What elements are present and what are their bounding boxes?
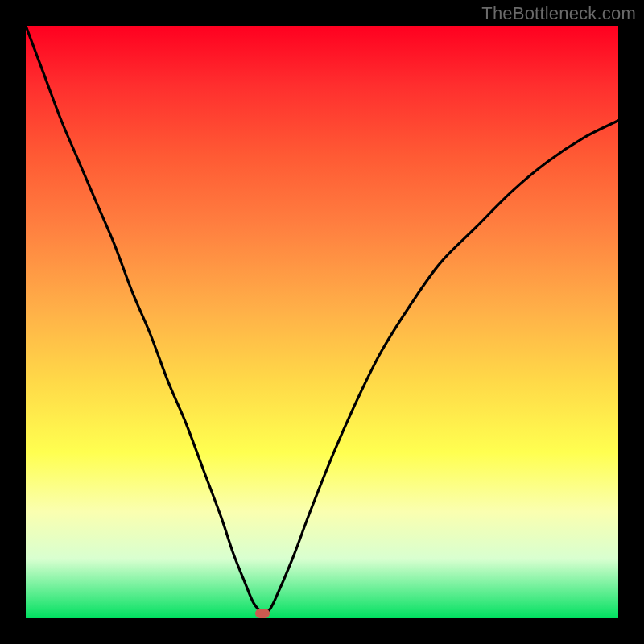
watermark-text: TheBottleneck.com (481, 3, 636, 24)
chart-frame: TheBottleneck.com (0, 0, 644, 644)
bottleneck-curve (26, 26, 618, 618)
plot-area (26, 26, 618, 618)
min-marker (255, 609, 270, 618)
